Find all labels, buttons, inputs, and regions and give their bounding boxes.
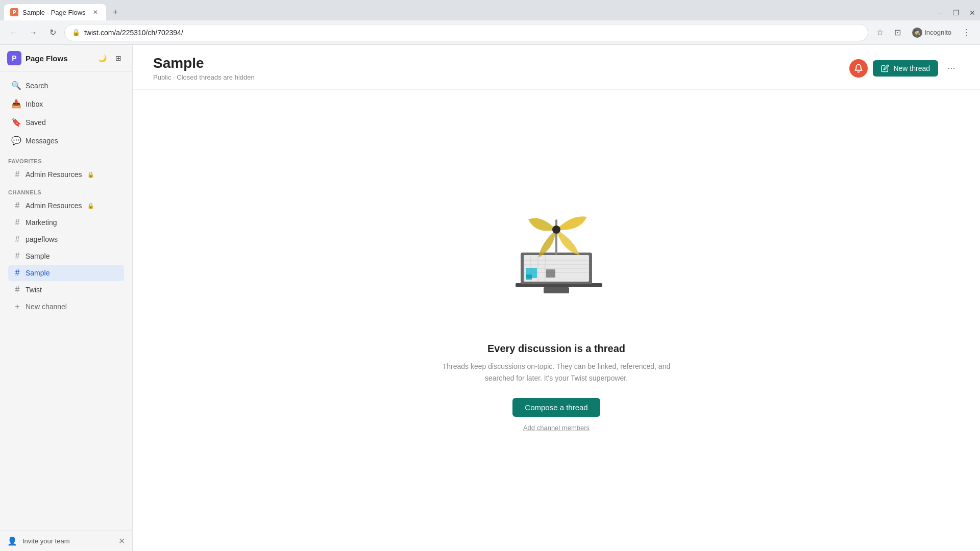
refresh-button[interactable]: ↻ <box>45 25 60 40</box>
more-options-button[interactable]: ··· <box>943 60 960 77</box>
active-tab[interactable]: P Sample - Page Flows ✕ <box>4 4 106 20</box>
new-thread-label: New thread <box>893 64 930 72</box>
invite-team-section[interactable]: 👤 Invite your team ✕ <box>0 531 132 551</box>
hash-icon: # <box>13 201 21 210</box>
app-container: P Page Flows 🌙 ⊞ 🔍 Search 📥 Inbox 🔖 Save… <box>0 45 980 551</box>
compose-thread-button[interactable]: Compose a thread <box>512 398 600 417</box>
sidebar-item-messages[interactable]: 💬 Messages <box>3 132 129 149</box>
sidebar-item-admin-resources[interactable]: # Admin Resources 🔒 <box>8 197 124 214</box>
svg-rect-13 <box>555 219 557 255</box>
svg-point-14 <box>552 226 560 234</box>
sidebar-item-pageflows[interactable]: # pageflows <box>8 231 124 247</box>
channel-title-area: Sample Public · Closed threads are hidde… <box>153 55 841 81</box>
address-bar[interactable]: 🔒 twist.com/a/225310/ch/702394/ <box>64 24 868 41</box>
hash-icon: # <box>13 170 21 179</box>
lock-icon: 🔒 <box>87 203 94 209</box>
incognito-label: Incognito <box>924 29 951 36</box>
channel-header: Sample Public · Closed threads are hidde… <box>133 45 980 90</box>
invite-team-label: Invite your team <box>22 537 113 545</box>
channels-title: Channels <box>8 189 124 195</box>
back-button[interactable]: ← <box>6 25 21 40</box>
channel-label: Sample <box>26 269 50 277</box>
hash-icon: # <box>13 218 21 227</box>
sidebar-nav-label: Inbox <box>26 100 43 108</box>
bookmark-button[interactable]: ☆ <box>872 25 888 40</box>
empty-state-title: Every discussion is a thread <box>487 343 625 355</box>
ellipsis-icon: ··· <box>947 63 955 73</box>
lock-icon: 🔒 <box>87 171 94 178</box>
chrome-menu-button[interactable]: ⋮ <box>959 25 974 40</box>
favorites-section: Favorites # Admin Resources 🔒 <box>0 154 132 185</box>
channel-title: Sample <box>153 55 841 71</box>
sidebar-nav-label: Messages <box>26 137 58 145</box>
new-channel-label: New channel <box>26 303 67 311</box>
tab-title: Sample - Page Flows <box>22 9 87 16</box>
messages-icon: 💬 <box>11 136 20 145</box>
new-thread-button[interactable]: New thread <box>873 60 938 77</box>
sidebar-header-icons: 🌙 ⊞ <box>95 52 125 65</box>
tab-close-button[interactable]: ✕ <box>91 8 100 17</box>
add-channel-members-link[interactable]: Add channel members <box>523 424 590 432</box>
lock-icon: 🔒 <box>72 29 80 36</box>
restore-button[interactable]: ❐ <box>948 5 964 20</box>
sidebar-item-saved[interactable]: 🔖 Saved <box>3 113 129 131</box>
workspace-name: Page Flows <box>26 54 91 63</box>
invite-close-button[interactable]: ✕ <box>118 536 125 546</box>
dark-mode-button[interactable]: 🌙 <box>95 52 109 65</box>
favorites-title: Favorites <box>8 158 124 164</box>
svg-rect-1 <box>544 287 569 293</box>
hash-icon: # <box>13 268 21 278</box>
svg-rect-15 <box>526 274 532 280</box>
sidebar-item-twist[interactable]: # Twist <box>8 282 124 298</box>
inbox-icon: 📥 <box>11 99 20 109</box>
sidebar-item-sample-2[interactable]: # Sample <box>8 265 124 281</box>
channel-subtitle: Public · Closed threads are hidden <box>153 73 841 81</box>
workspace-avatar: P <box>7 51 21 65</box>
saved-icon: 🔖 <box>11 117 20 127</box>
channel-label: Sample <box>26 252 50 260</box>
channel-label: Marketing <box>26 218 57 227</box>
search-icon: 🔍 <box>11 81 20 90</box>
pinwheel-illustration <box>500 209 612 327</box>
minimize-button[interactable]: ─ <box>932 5 947 20</box>
hash-icon: # <box>13 235 21 244</box>
edit-icon <box>881 64 889 72</box>
new-tab-button[interactable]: + <box>108 5 122 19</box>
nav-right-buttons: ☆ ⊡ 🕵 Incognito ⋮ <box>872 25 974 40</box>
url-text: twist.com/a/225310/ch/702394/ <box>84 29 861 37</box>
user-icon: 👤 <box>7 536 17 546</box>
sidebar-item-search[interactable]: 🔍 Search <box>3 77 129 94</box>
bell-icon <box>854 64 863 73</box>
sidebar: P Page Flows 🌙 ⊞ 🔍 Search 📥 Inbox 🔖 Save… <box>0 45 133 551</box>
tab-favicon: P <box>10 8 18 16</box>
sidebar-item-admin-resources-fav[interactable]: # Admin Resources 🔒 <box>8 166 124 183</box>
notification-button[interactable] <box>849 59 868 78</box>
sidebar-nav-label: Search <box>26 82 48 90</box>
tab-bar: P Sample - Page Flows ✕ + ─ ❐ ✕ <box>0 0 980 20</box>
sidebar-item-sample-1[interactable]: # Sample <box>8 248 124 264</box>
incognito-badge[interactable]: 🕵 Incognito <box>907 26 957 40</box>
channel-header-actions: New thread ··· <box>849 59 960 78</box>
forward-button[interactable]: → <box>26 25 41 40</box>
cast-button[interactable]: ⊡ <box>890 25 905 40</box>
nav-bar: ← → ↻ 🔒 twist.com/a/225310/ch/702394/ ☆ … <box>0 20 980 45</box>
plus-icon: + <box>13 302 21 311</box>
channel-body: Every discussion is a thread Threads kee… <box>133 90 980 551</box>
channel-label: Admin Resources <box>26 202 82 210</box>
incognito-icon: 🕵 <box>912 28 922 38</box>
channel-label: pageflows <box>26 235 58 243</box>
sidebar-item-inbox[interactable]: 📥 Inbox <box>3 95 129 113</box>
hash-icon: # <box>13 252 21 261</box>
sidebar-nav: 🔍 Search 📥 Inbox 🔖 Saved 💬 Messages <box>0 72 132 154</box>
svg-rect-12 <box>546 269 555 278</box>
browser-chrome: P Sample - Page Flows ✕ + ─ ❐ ✕ ← → ↻ 🔒 … <box>0 0 980 45</box>
hash-icon: # <box>13 285 21 294</box>
layout-button[interactable]: ⊞ <box>112 52 125 65</box>
close-window-button[interactable]: ✕ <box>965 5 980 20</box>
sidebar-nav-label: Saved <box>26 118 46 127</box>
empty-state-description: Threads keep discussions on-topic. They … <box>429 361 684 384</box>
empty-state: Every discussion is a thread Threads kee… <box>429 209 684 432</box>
channel-label: Admin Resources <box>26 170 82 179</box>
new-channel-button[interactable]: + New channel <box>8 298 124 315</box>
sidebar-item-marketing[interactable]: # Marketing <box>8 214 124 231</box>
